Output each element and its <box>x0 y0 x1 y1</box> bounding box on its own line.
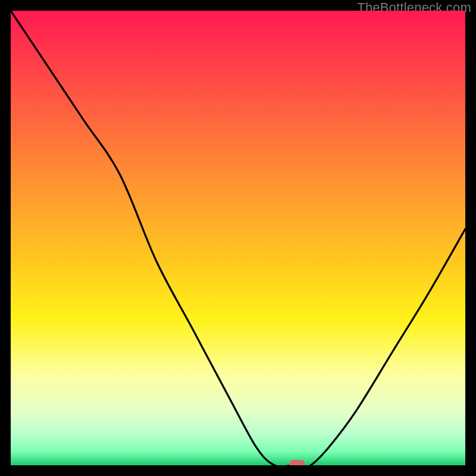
plot-area <box>11 11 465 465</box>
curve-svg <box>11 11 465 465</box>
chart-container: TheBottleneck.com <box>0 0 476 476</box>
optimum-marker <box>289 460 305 465</box>
bottleneck-curve <box>11 11 465 465</box>
